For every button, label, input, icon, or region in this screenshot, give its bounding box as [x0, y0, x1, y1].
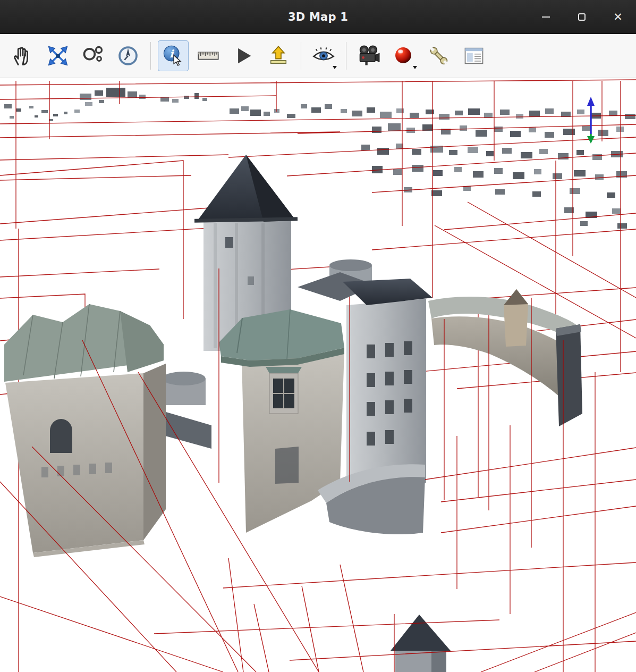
scene-canvas[interactable]: [0, 78, 636, 672]
window-controls: ✕: [534, 0, 630, 33]
close-button[interactable]: ✕: [606, 5, 630, 29]
red-sphere-icon: [392, 44, 415, 68]
viewport-3d[interactable]: [0, 78, 636, 672]
window-title: 3D Map 1: [288, 11, 348, 23]
info-cursor-icon: i: [162, 44, 185, 68]
report-window-tool-button[interactable]: [459, 40, 489, 71]
circles-icon: [81, 44, 105, 68]
titlebar[interactable]: 3D Map 1 ✕: [0, 0, 636, 34]
raise-arrow-icon: [267, 44, 290, 68]
pan-hand-icon: [11, 44, 35, 68]
toolbar: i: [0, 34, 636, 78]
record-video-tool-button[interactable]: [353, 40, 384, 71]
toolbar-separator: [346, 42, 346, 70]
chevron-down-icon[interactable]: [413, 66, 417, 69]
movie-camera-icon: [357, 44, 380, 68]
castle-left-complex: [4, 304, 166, 557]
app-window: 3D Map 1 ✕: [0, 0, 636, 672]
report-icon: [462, 44, 486, 68]
ruler-icon: [197, 44, 220, 68]
export-elevation-tool-button[interactable]: [263, 40, 294, 71]
play-animation-tool-button[interactable]: [228, 40, 259, 71]
toolbar-separator: [150, 42, 151, 70]
minimize-button[interactable]: [534, 5, 557, 29]
minimize-icon: [542, 16, 550, 18]
maximize-button[interactable]: [570, 5, 593, 29]
visibility-eye-tool-button[interactable]: [308, 40, 339, 71]
castle-dark-wing: [343, 279, 433, 484]
measure-ruler-tool-button[interactable]: [193, 40, 224, 71]
circle-select-tool-button[interactable]: [78, 40, 108, 71]
toolbar-separator: [301, 42, 301, 70]
wrench-icon: [427, 44, 451, 68]
chevron-down-icon[interactable]: [333, 66, 337, 69]
compass-orient-tool-button[interactable]: [113, 40, 143, 71]
close-icon: ✕: [613, 11, 623, 22]
maximize-icon: [578, 13, 586, 21]
pan-tool-button[interactable]: [7, 40, 38, 71]
round-tower-top: [329, 259, 372, 271]
play-icon: [232, 44, 255, 68]
compass-icon: [116, 44, 140, 68]
move-arrows-icon: [46, 44, 70, 68]
eye-icon: [312, 44, 335, 68]
settings-wrench-tool-button[interactable]: [423, 40, 454, 71]
identify-info-tool-button[interactable]: i: [158, 40, 189, 71]
display-sphere-tool-button[interactable]: [388, 40, 419, 71]
move-zoom-tool-button[interactable]: [43, 40, 73, 71]
